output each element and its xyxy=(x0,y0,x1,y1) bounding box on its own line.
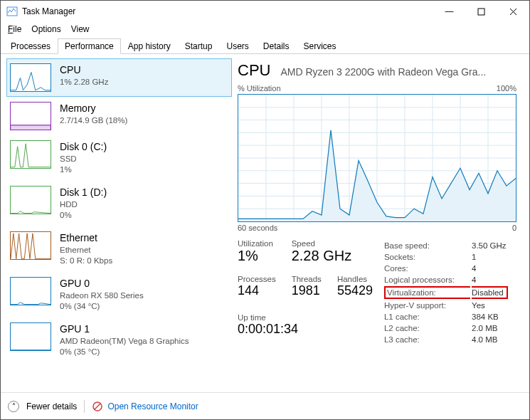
menubar: File Options View xyxy=(1,22,529,36)
tabs: Processes Performance App history Startu… xyxy=(1,36,529,54)
sidebar-item-ethernet[interactable]: Ethernet Ethernet S: 0 R: 0 Kbps xyxy=(6,226,232,272)
tab-details[interactable]: Details xyxy=(256,38,297,54)
tab-startup[interactable]: Startup xyxy=(178,38,220,54)
stats-right: Base speed:3.50 GHzSockets:1Cores:4Logic… xyxy=(383,239,509,346)
sidebar-item-sub: 2.7/14.9 GB (18%) xyxy=(60,115,127,127)
sidebar-item-cpu[interactable]: CPU 1% 2.28 GHz xyxy=(6,58,232,97)
titlebar: Task Manager — xyxy=(1,1,529,22)
minimize-button[interactable]: — xyxy=(433,1,465,22)
spec-label: L3 cache: xyxy=(384,335,470,345)
cpu-thumbnail xyxy=(10,63,51,92)
uptime-label: Up time xyxy=(238,313,373,322)
tab-services[interactable]: Services xyxy=(297,38,344,54)
spec-value: 4.0 MB xyxy=(472,335,508,345)
fewer-details-link[interactable]: Fewer details xyxy=(26,401,77,411)
menu-file[interactable]: File xyxy=(4,23,26,36)
svg-line-26 xyxy=(95,404,100,409)
page-title: CPU xyxy=(238,61,270,80)
sidebar-item-sub: Radeon RX 580 Series xyxy=(60,290,144,302)
spec-label: Sockets: xyxy=(384,252,470,262)
sidebar-item-sub2: 0% xyxy=(60,210,107,221)
processes-label: Processes xyxy=(238,275,276,283)
footer-separator xyxy=(84,400,85,413)
uptime-value: 0:00:01:34 xyxy=(238,322,373,337)
gpu1-thumbnail xyxy=(10,322,51,351)
disk0-thumbnail xyxy=(10,140,51,169)
spec-label: Logical processors: xyxy=(384,275,470,285)
threads-value: 1981 xyxy=(292,283,322,298)
sidebar-item-sub: HDD xyxy=(60,199,107,211)
spec-value: 3.50 GHz xyxy=(472,241,508,251)
spec-value: 384 KB xyxy=(472,312,508,322)
window-title: Task Manager xyxy=(22,6,433,16)
stats-left: Utilization 1% Speed 2.28 GHz Processes … xyxy=(238,239,373,346)
sidebar-item-sub2: S: 0 R: 0 Kbps xyxy=(60,256,112,267)
spec-label: Base speed: xyxy=(384,241,470,251)
ethernet-thumbnail xyxy=(10,231,51,260)
virtualization-label: Virtualization: xyxy=(384,286,470,299)
sidebar-item-label: Ethernet xyxy=(60,231,112,245)
main-panel: CPU AMD Ryzen 3 2200G with Radeon Vega G… xyxy=(232,54,529,392)
spec-value: 4 xyxy=(472,263,508,273)
menu-view[interactable]: View xyxy=(67,23,94,36)
sidebar-item-sub2: 0% (34 °C) xyxy=(60,301,144,313)
chevron-up-icon: ˄ xyxy=(8,401,19,412)
graph-label-bottom-right: 0 xyxy=(512,224,516,232)
utilization-value: 1% xyxy=(238,248,276,264)
spec-label: L1 cache: xyxy=(384,312,470,322)
sidebar-item-sub2: 1% xyxy=(60,164,107,176)
app-icon xyxy=(6,6,18,17)
processes-value: 144 xyxy=(238,283,276,298)
threads-label: Threads xyxy=(292,275,322,283)
gpu0-thumbnail xyxy=(10,277,51,305)
tab-app-history[interactable]: App history xyxy=(121,38,178,54)
graph-label-top-right: 100% xyxy=(497,84,516,93)
sidebar-item-gpu1[interactable]: GPU 1 AMD Radeon(TM) Vega 8 Graphics 0% … xyxy=(6,317,232,363)
memory-thumbnail xyxy=(10,102,51,130)
tab-processes[interactable]: Processes xyxy=(4,38,58,54)
sidebar-item-label: GPU 1 xyxy=(60,322,189,336)
maximize-button[interactable] xyxy=(465,1,497,22)
spec-value: 4 xyxy=(472,275,508,285)
graph-label-top-left: % Utilization xyxy=(238,84,281,93)
sidebar-item-disk0[interactable]: Disk 0 (C:) SSD 1% xyxy=(6,135,232,181)
spec-value: 1 xyxy=(472,252,508,262)
sidebar-item-label: Disk 1 (D:) xyxy=(60,186,107,199)
speed-label: Speed xyxy=(292,239,373,248)
sidebar-item-label: Memory xyxy=(60,102,127,115)
sidebar-item-gpu0[interactable]: GPU 0 Radeon RX 580 Series 0% (34 °C) xyxy=(6,272,232,317)
spec-label: Cores: xyxy=(384,263,470,273)
open-resource-monitor-link[interactable]: Open Resource Monitor xyxy=(92,401,198,412)
svg-rect-1 xyxy=(478,9,484,15)
sidebar-item-sub: 1% 2.28 GHz xyxy=(60,77,108,88)
sidebar-item-memory[interactable]: Memory 2.7/14.9 GB (18%) xyxy=(6,97,232,135)
spec-label: L2 cache: xyxy=(384,323,470,333)
spec-value: 2.0 MB xyxy=(472,323,508,333)
menu-options[interactable]: Options xyxy=(27,23,65,36)
sidebar-item-label: Disk 0 (C:) xyxy=(60,140,107,154)
sidebar-item-sub: Ethernet xyxy=(60,245,112,256)
handles-value: 55429 xyxy=(337,283,373,298)
graph-label-bottom-left: 60 seconds xyxy=(238,224,277,232)
resource-monitor-icon xyxy=(92,401,103,412)
utilization-label: Utilization xyxy=(238,239,276,248)
spec-label: Hyper-V support: xyxy=(384,300,470,310)
handles-label: Handles xyxy=(337,275,373,283)
spec-value: Yes xyxy=(472,300,508,310)
tab-performance[interactable]: Performance xyxy=(58,38,121,54)
close-button[interactable] xyxy=(497,1,529,22)
sidebar-item-sub: SSD xyxy=(60,154,107,165)
sidebar-item-sub: AMD Radeon(TM) Vega 8 Graphics xyxy=(60,336,189,347)
tab-users[interactable]: Users xyxy=(219,38,255,54)
sidebar: CPU 1% 2.28 GHz Memory 2.7/14.9 GB (18%)… xyxy=(1,54,232,392)
sidebar-item-label: CPU xyxy=(60,63,108,77)
cpu-utilization-graph[interactable] xyxy=(238,94,516,222)
cpu-model: AMD Ryzen 3 2200G with Radeon Vega Gra..… xyxy=(280,66,516,78)
virtualization-value: Disabled xyxy=(472,286,508,299)
sidebar-item-disk1[interactable]: Disk 1 (D:) HDD 0% xyxy=(6,181,232,226)
sidebar-item-label: GPU 0 xyxy=(60,277,144,290)
footer: ˄ Fewer details Open Resource Monitor xyxy=(1,392,529,419)
svg-rect-4 xyxy=(11,125,51,130)
sidebar-item-sub2: 0% (35 °C) xyxy=(60,347,189,358)
speed-value: 2.28 GHz xyxy=(292,248,373,264)
